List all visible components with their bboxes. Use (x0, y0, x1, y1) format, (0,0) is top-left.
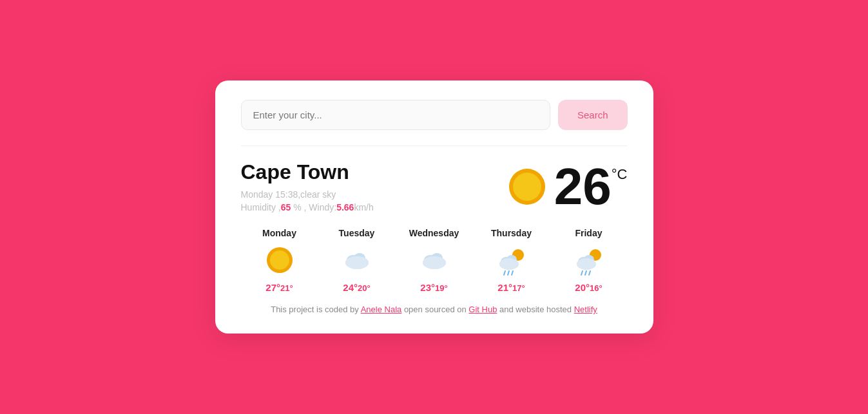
weather-description: Monday 15:38,clear sky (241, 189, 374, 200)
forecast-temps-wednesday: 23°19° (420, 282, 447, 293)
day-label: Wednesday (409, 228, 459, 238)
forecast-day-monday: Monday 27°21° (241, 228, 318, 293)
main-weather: Cape Town Monday 15:38,clear sky Humidit… (241, 160, 628, 212)
divider (241, 146, 628, 146)
day-label: Friday (575, 228, 602, 238)
svg-line-26 (585, 271, 586, 275)
svg-point-11 (423, 256, 446, 269)
humidity-unit: % (291, 202, 301, 212)
humidity-label: Humidity , (241, 202, 281, 212)
forecast-row: Monday 27°21° Tuesday 24°20° Wednesday (241, 228, 628, 293)
current-weather-icon (506, 166, 548, 207)
forecast-icon-friday (572, 243, 606, 277)
current-temperature: 26 (554, 161, 612, 212)
footer-text-before: This project is coded by (271, 305, 360, 314)
svg-point-3 (270, 250, 289, 270)
forecast-temps-thursday: 21°17° (497, 282, 525, 293)
footer-github-link[interactable]: Git Hub (468, 305, 497, 314)
forecast-icon-thursday (495, 243, 528, 277)
svg-line-25 (581, 271, 583, 275)
day-label: Thursday (491, 228, 532, 238)
svg-point-1 (513, 173, 541, 201)
svg-point-24 (577, 258, 596, 270)
forecast-day-friday: Friday 20°16° (550, 228, 628, 293)
city-name: Cape Town (241, 160, 374, 184)
footer-text-after: and website hosted (497, 305, 574, 314)
forecast-icon-monday (263, 243, 296, 277)
svg-line-19 (512, 271, 513, 275)
svg-point-7 (345, 256, 369, 269)
wind-label: , Windy: (302, 202, 336, 212)
weather-stats: Humidity ,65 % , Windy:5.66km/h (241, 202, 374, 212)
forecast-temps-friday: 20°16° (575, 282, 602, 293)
forecast-icon-wednesday (418, 243, 451, 277)
svg-line-17 (504, 271, 505, 275)
footer-netlify-link[interactable]: Netlify (574, 305, 597, 314)
svg-point-16 (499, 258, 519, 270)
forecast-temps-tuesday: 24°20° (343, 282, 370, 293)
footer-author-link[interactable]: Anele Nala (361, 305, 402, 314)
weather-card: Search Cape Town Monday 15:38,clear sky … (215, 80, 653, 334)
wind-value: 5.66 (336, 202, 354, 212)
temp-unit: °C (612, 166, 628, 183)
humidity-value: 65 (281, 202, 291, 212)
search-input[interactable] (241, 100, 550, 130)
forecast-day-wednesday: Wednesday 23°19° (396, 228, 473, 293)
temp-block: 26 °C (506, 161, 628, 212)
search-button[interactable]: Search (558, 100, 628, 130)
city-block: Cape Town Monday 15:38,clear sky Humidit… (241, 160, 374, 212)
wind-unit: km/h (354, 202, 373, 212)
svg-line-18 (508, 271, 509, 275)
forecast-day-thursday: Thursday 21°17° (473, 228, 550, 293)
search-row: Search (241, 100, 628, 130)
day-label: Monday (262, 228, 296, 238)
svg-line-27 (589, 271, 590, 275)
footer-text-mid: open sourced on (401, 305, 468, 314)
forecast-temps-monday: 27°21° (265, 282, 293, 293)
forecast-icon-tuesday (340, 243, 374, 277)
forecast-day-tuesday: Tuesday 24°20° (318, 228, 396, 293)
footer: This project is coded by Anele Nala open… (241, 305, 628, 314)
day-label: Tuesday (339, 228, 375, 238)
